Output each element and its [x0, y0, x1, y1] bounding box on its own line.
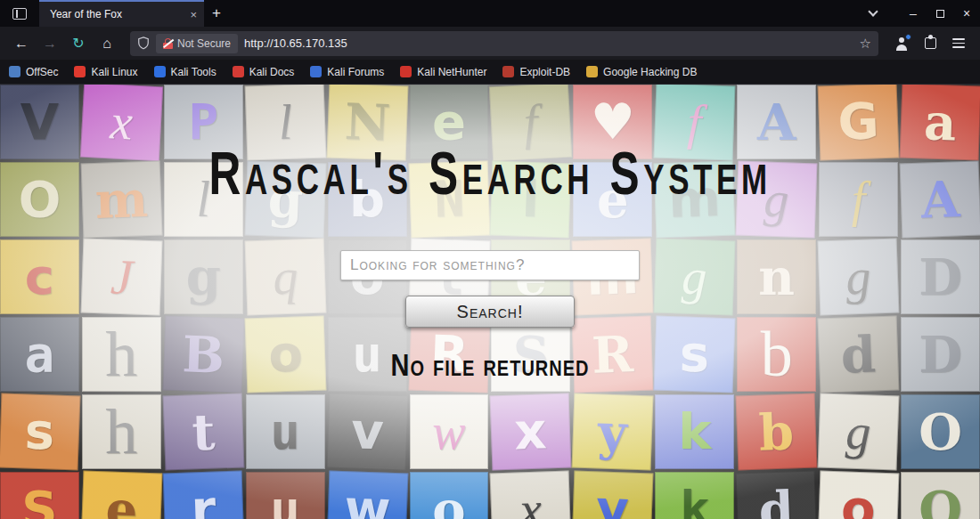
bookmark-kali-forums[interactable]: Kali Forums	[310, 66, 384, 78]
bookmark-kali-nethunter[interactable]: Kali NetHunter	[400, 66, 486, 78]
google-hacking-db-favicon	[586, 66, 598, 77]
notification-dot	[905, 34, 911, 40]
bookmark-label: Kali Forums	[327, 66, 384, 78]
bookmark-label: Kali NetHunter	[417, 66, 486, 78]
firefox-view-icon[interactable]	[12, 8, 27, 20]
search-button[interactable]: Search!	[405, 296, 575, 328]
exploit-db-favicon	[502, 66, 514, 77]
home-button[interactable]: ⌂	[94, 32, 119, 55]
title-bar: Year of the Fox × + – ×	[0, 0, 980, 27]
account-button[interactable]	[889, 32, 914, 55]
bookmark-kali-tools[interactable]: Kali Tools	[154, 66, 216, 78]
page-viewport: VxPlNef♥fAGaOmlgbNlemgfAcJgqolemgngDahBo…	[0, 85, 980, 519]
hamburger-menu-icon	[952, 38, 965, 48]
page-content: Rascal's Search System Search! No file r…	[0, 85, 980, 519]
reload-button[interactable]: ↻	[66, 32, 91, 55]
back-button[interactable]: ←	[9, 32, 34, 55]
bookmark-google-hacking-db[interactable]: Google Hacking DB	[586, 66, 697, 78]
bookmark-label: Exploit-DB	[519, 66, 570, 78]
url-text[interactable]: http://10.65.170.135	[244, 36, 853, 50]
minimize-button[interactable]: –	[900, 6, 927, 20]
tab-title: Year of the Fox	[50, 8, 183, 20]
extensions-button[interactable]	[918, 32, 943, 55]
kali-forums-favicon	[310, 66, 322, 77]
kali-docs-favicon	[233, 66, 244, 77]
new-tab-button[interactable]: +	[204, 4, 229, 22]
kali-tools-favicon	[154, 66, 166, 77]
kali-linux-favicon	[74, 66, 86, 77]
not-secure-label: Not Secure	[177, 37, 231, 50]
bookmark-offsec[interactable]: OffSec	[9, 66, 58, 78]
tab-close-icon[interactable]: ×	[190, 8, 197, 21]
navigation-bar: ← → ↻ ⌂ Not Secure http://10.65.170.135 …	[0, 27, 980, 60]
bookmark-kali-linux[interactable]: Kali Linux	[74, 66, 137, 78]
bookmark-label: Kali Tools	[171, 66, 216, 78]
insecure-lock-icon	[163, 38, 173, 49]
bookmark-label: Kali Linux	[91, 66, 137, 78]
list-tabs-chevron-icon[interactable]	[868, 6, 878, 16]
account-icon	[894, 36, 909, 51]
bookmark-label: Kali Docs	[249, 66, 295, 78]
bookmark-kali-docs[interactable]: Kali Docs	[233, 66, 295, 78]
result-text: No file returned	[390, 348, 589, 384]
window-close-button[interactable]: ×	[953, 6, 980, 20]
extensions-puzzle-icon	[925, 37, 936, 49]
browser-tab[interactable]: Year of the Fox ×	[39, 0, 204, 27]
menu-button[interactable]	[946, 32, 971, 55]
bookmarks-bar: OffSec Kali Linux Kali Tools Kali Docs K…	[0, 60, 980, 85]
url-bar[interactable]: Not Secure http://10.65.170.135 ☆	[130, 31, 878, 56]
forward-button[interactable]: →	[37, 32, 62, 55]
kali-nethunter-favicon	[400, 66, 412, 77]
offsec-favicon	[9, 66, 20, 77]
tracking-protection-shield-icon[interactable]	[137, 36, 150, 50]
bookmark-label: Google Hacking DB	[603, 66, 697, 78]
page-title: Rascal's Search System	[208, 137, 771, 207]
not-secure-badge[interactable]: Not Secure	[156, 34, 238, 53]
maximize-button[interactable]	[927, 6, 953, 20]
bookmark-exploit-db[interactable]: Exploit-DB	[502, 66, 570, 78]
bookmark-star-icon[interactable]: ☆	[860, 36, 871, 52]
bookmark-label: OffSec	[26, 66, 58, 78]
maximize-icon	[936, 10, 944, 18]
search-input[interactable]	[340, 250, 640, 280]
